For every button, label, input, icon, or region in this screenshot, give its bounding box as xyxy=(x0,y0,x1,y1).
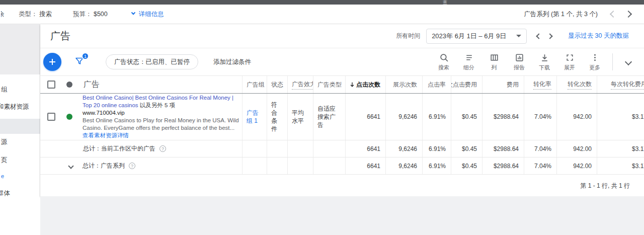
left-nav-sidebar: 组 和素材资源 源 页 e 群体 xyxy=(0,24,40,235)
sidebar-item-ads-assets[interactable]: 和素材资源 xyxy=(0,103,38,111)
cell-ad-group[interactable]: 广告组 1 xyxy=(242,94,267,140)
column-ad-type[interactable]: 广告类型 xyxy=(313,76,345,93)
sum-impressions: 9,6246 xyxy=(385,140,422,157)
tool-label: 更多 xyxy=(589,64,600,71)
sidebar-selected-item[interactable] xyxy=(0,119,40,134)
search-tool-button[interactable]: 搜索 xyxy=(431,53,456,71)
columns-icon xyxy=(490,53,499,62)
clipped-glyph: 查 xyxy=(443,1,447,5)
column-status[interactable]: 状态 xyxy=(267,76,287,93)
page-header: 广告 所有时间 2023年 6月 1日 – 6月 9日 显示过去 30 天的数据 xyxy=(40,24,644,48)
sidebar-collapsed-panel xyxy=(0,24,40,74)
date-range-picker[interactable]: 2023年 6月 1日 – 6月 9日 xyxy=(426,29,527,44)
expand-tool-button[interactable]: 展开 xyxy=(557,53,582,71)
row-checkbox[interactable] xyxy=(47,113,55,121)
empty-cell xyxy=(267,140,287,157)
column-clicks-sorted[interactable]: 点击次数 xyxy=(345,76,385,93)
table-tools: 搜索 细分 列 xyxy=(431,53,607,71)
budget-value[interactable]: $500 xyxy=(94,11,108,18)
help-icon[interactable]: ? xyxy=(129,163,135,169)
column-ctr[interactable]: 点击率 xyxy=(422,76,451,93)
sum-conv-rate: 7.04% xyxy=(524,140,556,157)
page-background xyxy=(40,196,644,235)
filter-count-badge: 1 xyxy=(82,52,89,60)
ads-table-card: 广告 所有时间 2023年 6月 1日 – 6月 9日 显示过去 30 天的数据 xyxy=(40,24,644,196)
plus-icon xyxy=(48,58,56,66)
table-row-ad: Best Online Casino| Best Online Casinos … xyxy=(40,94,644,140)
tool-label: 报告 xyxy=(514,64,525,71)
cell-cost-per-conv: $3.17 xyxy=(597,94,644,140)
table-action-bar: 1 广告状态：已启用、已暂停 添加过滤条件 搜索 细分 xyxy=(40,48,644,75)
empty-cell xyxy=(287,140,313,157)
sidebar-item-audiences[interactable]: 群体 xyxy=(0,189,38,198)
sidebar-item-partial-link[interactable]: e xyxy=(1,173,40,179)
sidebar-item-assets[interactable]: 源 xyxy=(1,138,40,146)
segment-tool-button[interactable]: 细分 xyxy=(456,53,481,71)
add-button[interactable] xyxy=(43,53,61,71)
column-conv-rate[interactable]: 转化率 xyxy=(524,76,556,93)
ad-description: Best Online Casinos to Play for Real Mon… xyxy=(83,117,239,132)
campaign-toolbar: 余 类型： 搜索 预算： $500 详细信息 广告系列 (第 1 个, 共 3 … xyxy=(0,5,644,24)
help-icon[interactable]: ? xyxy=(159,145,166,152)
download-icon xyxy=(540,53,549,62)
page-title: 广告 xyxy=(50,29,70,43)
sum-cost-per-conv: $3.17 xyxy=(597,140,644,157)
column-ad-group[interactable]: 广告组 xyxy=(242,76,267,93)
ad-title-suffix: 以及另外 5 项 xyxy=(140,102,175,108)
view-assets-link[interactable]: 查看素材资源详情 xyxy=(83,132,239,139)
status-enabled-icon xyxy=(66,114,72,120)
cell-ad-strength: 平均水平 xyxy=(287,94,313,140)
google-ads-screen: 查 余 类型： 搜索 预算： $500 详细信息 广告系列 (第 1 个, 共 … xyxy=(0,0,644,235)
pagination-bar: 第 1 - 1 行, 共 1 行 xyxy=(40,175,644,197)
sum-avg-cpc: $0.45 xyxy=(451,140,482,157)
download-tool-button[interactable]: 下载 xyxy=(532,53,557,71)
ad-status-filter-chip[interactable]: 广告状态：已启用、已暂停 xyxy=(106,54,198,69)
column-conversions[interactable]: 转化次数 xyxy=(556,76,597,93)
previous-campaign-icon[interactable] xyxy=(610,11,617,18)
details-toggle[interactable]: 详细信息 xyxy=(132,10,164,19)
empty-cell xyxy=(287,158,313,174)
next-campaign-icon[interactable] xyxy=(625,11,632,18)
column-cost-per-conv[interactable]: 每次转化费用 xyxy=(597,76,644,93)
tool-label: 展开 xyxy=(564,64,575,71)
select-all-checkbox[interactable] xyxy=(47,81,55,89)
collapse-table-icon[interactable] xyxy=(625,58,632,65)
sum-impressions: 9,6246 xyxy=(385,158,422,174)
add-filter-button[interactable]: 添加过滤条件 xyxy=(213,58,251,66)
sum-cost: $2988.64 xyxy=(482,158,524,174)
ad-preview: Best Online Casino| Best Online Casinos … xyxy=(83,94,239,139)
pagination-label: 第 1 - 1 行, 共 1 行 xyxy=(580,182,630,190)
column-ad[interactable]: 广告 xyxy=(84,80,100,90)
date-range-value: 2023年 6月 1日 – 6月 9日 xyxy=(432,32,506,41)
sum-ctr: 6.91% xyxy=(422,158,451,174)
tool-label: 列 xyxy=(492,64,497,71)
filter-button[interactable]: 1 xyxy=(74,56,85,68)
next-period-icon[interactable] xyxy=(547,33,552,39)
column-ad-strength[interactable]: 广告效力 xyxy=(287,76,313,93)
ad-display-url: www.710004.vip xyxy=(83,109,239,117)
sum-clicks: 6641 xyxy=(345,158,385,174)
chevron-down-icon xyxy=(131,11,135,15)
type-value: 搜索 xyxy=(39,11,52,18)
sum-avg-cpc: $0.45 xyxy=(451,158,482,174)
dropdown-arrow-icon xyxy=(516,35,521,37)
report-chart-icon xyxy=(515,53,524,62)
cell-clicks: 6641 xyxy=(345,94,385,140)
more-vertical-icon xyxy=(590,53,600,62)
empty-cell xyxy=(313,140,345,157)
expand-summary-icon[interactable] xyxy=(68,163,73,169)
cell-conv-rate: 7.04% xyxy=(524,94,556,140)
ad-title[interactable]: Best Online Casino| Best Online Casinos … xyxy=(83,94,239,109)
columns-tool-button[interactable]: 列 xyxy=(481,53,507,71)
column-avg-cpc[interactable]: 平均每次点击费用 xyxy=(451,76,482,93)
type-label: 类型： xyxy=(19,11,38,18)
cell-impressions: 9,6246 xyxy=(385,94,422,140)
column-impressions[interactable]: 展示次数 xyxy=(385,76,422,93)
more-tool-button[interactable]: 更多 xyxy=(582,53,607,71)
show-last-30-days-link[interactable]: 显示过去 30 天的数据 xyxy=(568,32,629,40)
previous-period-icon[interactable] xyxy=(536,33,541,39)
sidebar-item-ad-groups[interactable]: 组 xyxy=(1,86,40,94)
sidebar-item-landing-pages[interactable]: 页 xyxy=(1,156,40,165)
reports-tool-button[interactable]: 报告 xyxy=(507,53,532,71)
column-cost[interactable]: 费用 xyxy=(482,76,524,93)
